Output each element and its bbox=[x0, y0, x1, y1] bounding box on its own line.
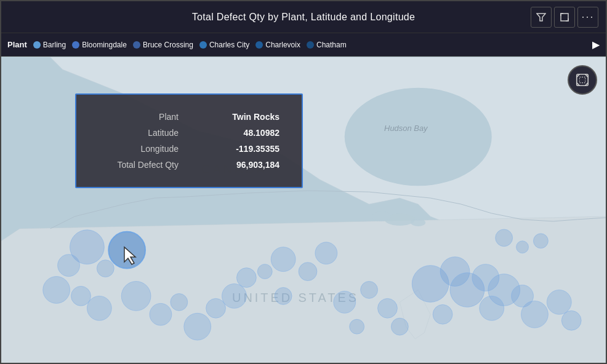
legend-item-bloomingdale[interactable]: Bloomingdale bbox=[72, 41, 127, 49]
svg-point-43 bbox=[391, 318, 408, 335]
tooltip-defect-value: 96,903,184 bbox=[236, 160, 279, 170]
svg-point-42 bbox=[350, 319, 364, 334]
screenshot-select-icon bbox=[575, 73, 590, 87]
svg-point-6 bbox=[411, 219, 425, 226]
svg-point-36 bbox=[547, 290, 571, 314]
tooltip-latitude-value: 48.10982 bbox=[244, 128, 279, 138]
legend-label-chatham: Chatham bbox=[316, 41, 347, 49]
tooltip-plant-label: Plant bbox=[98, 112, 179, 122]
legend-item-chatham[interactable]: Chatham bbox=[307, 41, 347, 49]
svg-point-46 bbox=[533, 234, 548, 248]
legend-item-charles-city[interactable]: Charles City bbox=[199, 41, 249, 49]
legend-dot-barling bbox=[33, 41, 41, 49]
svg-point-41 bbox=[378, 298, 398, 318]
svg-point-47 bbox=[108, 232, 145, 269]
svg-point-20 bbox=[206, 298, 226, 318]
expand-button[interactable] bbox=[554, 7, 575, 28]
svg-point-27 bbox=[222, 284, 247, 309]
legend-prefix: Plant bbox=[7, 40, 27, 49]
svg-point-16 bbox=[121, 282, 151, 311]
svg-point-40 bbox=[361, 282, 378, 299]
svg-point-37 bbox=[561, 311, 581, 330]
svg-point-5 bbox=[372, 212, 391, 221]
svg-point-19 bbox=[184, 313, 211, 340]
svg-point-23 bbox=[315, 242, 337, 264]
tooltip-defect-label: Total Defect Qty bbox=[98, 160, 179, 170]
svg-point-14 bbox=[71, 287, 91, 306]
svg-point-21 bbox=[271, 247, 295, 272]
svg-point-33 bbox=[480, 296, 504, 320]
svg-marker-0 bbox=[537, 14, 545, 21]
tooltip-longitude-value: -119.35355 bbox=[236, 144, 279, 154]
svg-point-35 bbox=[521, 301, 549, 328]
legend-label-bruce-crossing: Bruce Crossing bbox=[143, 41, 193, 49]
svg-point-13 bbox=[43, 277, 70, 304]
svg-point-26 bbox=[275, 287, 292, 304]
legend-item-barling[interactable]: Barling bbox=[33, 41, 66, 49]
tooltip-longitude-label: Longitude bbox=[98, 144, 179, 154]
screenshot-select-button[interactable] bbox=[568, 65, 597, 95]
svg-point-12 bbox=[97, 260, 114, 277]
svg-text:Hudson Bay: Hudson Bay bbox=[384, 124, 428, 133]
svg-point-39 bbox=[334, 291, 356, 313]
svg-point-15 bbox=[87, 296, 111, 320]
legend-item-bruce-crossing[interactable]: Bruce Crossing bbox=[133, 41, 193, 49]
svg-point-38 bbox=[433, 304, 452, 324]
svg-point-25 bbox=[236, 268, 256, 288]
legend-label-bloomingdale: Bloomingdale bbox=[82, 41, 127, 49]
svg-point-3 bbox=[345, 88, 492, 186]
svg-point-11 bbox=[58, 255, 80, 277]
svg-rect-1 bbox=[561, 14, 568, 21]
legend-bar: Plant Barling Bloomingdale Bruce Crossin… bbox=[1, 33, 606, 57]
svg-point-24 bbox=[257, 264, 272, 279]
legend-label-charlevoix: Charlevoix bbox=[265, 41, 300, 49]
svg-rect-50 bbox=[579, 77, 585, 82]
tooltip-plant-value: Twin Rocks bbox=[232, 112, 279, 122]
tooltip-plant-row: Plant Twin Rocks bbox=[98, 112, 279, 122]
toolbar-icons: ··· bbox=[531, 7, 598, 28]
legend-dot-bruce-crossing bbox=[133, 41, 140, 49]
dashboard-container: Total Defect Qty by Plant, Latitude and … bbox=[0, 0, 607, 364]
tooltip-latitude-row: Latitude 48.10982 bbox=[98, 128, 279, 138]
legend-dot-charlevoix bbox=[255, 41, 263, 49]
title-bar: Total Defect Qty by Plant, Latitude and … bbox=[1, 1, 606, 33]
more-button[interactable]: ··· bbox=[577, 7, 598, 28]
tooltip-longitude-row: Longitude -119.35355 bbox=[98, 144, 279, 154]
legend-dot-bloomingdale bbox=[72, 41, 79, 49]
tooltip-defect-row: Total Defect Qty 96,903,184 bbox=[98, 160, 279, 170]
svg-point-22 bbox=[299, 263, 317, 281]
svg-point-45 bbox=[517, 241, 529, 253]
legend-label-barling: Barling bbox=[43, 41, 66, 49]
svg-point-18 bbox=[171, 293, 188, 311]
legend-label-charles-city: Charles City bbox=[209, 41, 249, 49]
legend-scroll-arrow[interactable]: ▶ bbox=[592, 39, 600, 50]
expand-icon bbox=[560, 12, 569, 22]
filter-icon bbox=[536, 12, 546, 22]
svg-point-17 bbox=[150, 303, 172, 325]
legend-dot-charles-city bbox=[199, 41, 207, 49]
tooltip-popup: Plant Twin Rocks Latitude 48.10982 Longi… bbox=[75, 93, 303, 188]
map-area[interactable]: Hudson Bay CANADA UNITED STATES bbox=[1, 57, 606, 364]
legend-dot-chatham bbox=[307, 41, 314, 49]
legend-item-charlevoix[interactable]: Charlevoix bbox=[255, 41, 300, 49]
chart-title: Total Defect Qty by Plant, Latitude and … bbox=[192, 12, 415, 23]
more-icon: ··· bbox=[581, 10, 594, 23]
svg-point-44 bbox=[496, 229, 513, 247]
tooltip-latitude-label: Latitude bbox=[98, 128, 179, 138]
filter-button[interactable] bbox=[531, 7, 552, 28]
